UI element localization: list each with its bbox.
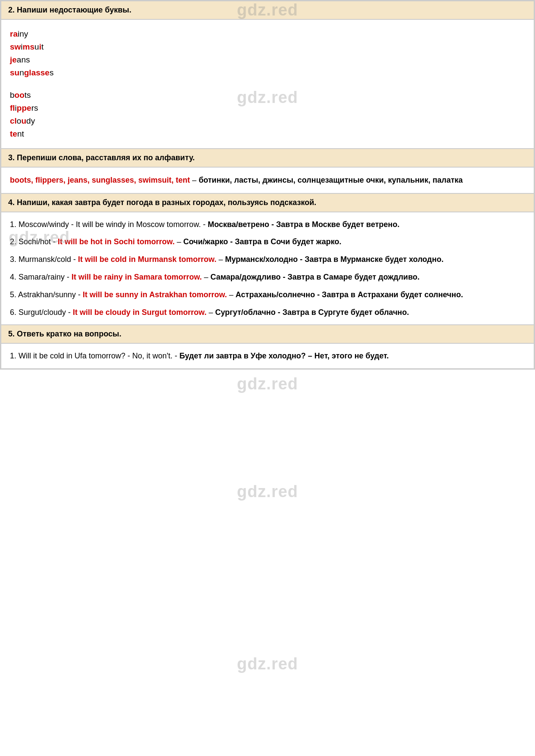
section3-sep: – (190, 176, 199, 184)
item2-answer: It will be hot in Sochi tomorrow. (58, 237, 174, 246)
section4-item-5: 5. Astrakhan/sunny - It will be sunny in… (10, 289, 525, 301)
item3-bold: Мурманск/холодно - Завтра в Мурманске бу… (225, 255, 443, 264)
section4-item-3: 3. Murmansk/cold - It will be cold in Mu… (10, 253, 525, 266)
section4-item-2: 2. Sochi/hot - It will be hot in Sochi t… (10, 236, 525, 248)
watermark-mid4: gdz.red (237, 482, 298, 501)
word-sunglasses-highlight: sunglasses (10, 68, 53, 77)
word-cloudy: cloudy (10, 116, 525, 126)
item2-bold: Сочи/жарко - Завтра в Сочи будет жарко. (183, 237, 341, 246)
s5-item1-normal: 1. Will it be cold in Ufa tomorrow? - No… (10, 352, 180, 360)
item6-normal: 6. Surgut/cloudy - (10, 308, 73, 317)
item4-bold: Самара/дождливо - Завтра в Самаре будет … (210, 273, 420, 281)
word-jeans: jeans (10, 55, 525, 65)
word-swimsuit-suffix: t (41, 42, 44, 51)
s5-item1-bold: Будет ли завтра в Уфе холодно? – Нет, эт… (180, 352, 389, 360)
section3-content: boots, flippers, jeans, sunglasses, swim… (10, 174, 525, 187)
page: 2. Напиши недостающие буквы. rainy swims… (0, 0, 535, 370)
item4-normal: 4. Samara/rainy - (10, 273, 72, 281)
word-jeans-highlight: jea (10, 55, 21, 64)
item3-normal: 3. Murmansk/cold - (10, 255, 78, 264)
word-swimsuit: swimsuit (10, 42, 525, 52)
section5-body: 1. Will it be cold in Ufa tomorrow? - No… (1, 343, 534, 369)
item5-bold: Астрахань/солнечно - Завтра в Астрахани … (236, 290, 463, 299)
item6-bold: Сургут/облачно - Завтра в Сургуте будет … (215, 308, 409, 317)
section4-item-6: 6. Surgut/cloudy - It will be cloudy in … (10, 306, 525, 319)
section4-item-4: 4. Samara/rainy - It will be rainy in Sa… (10, 271, 525, 283)
section4-item-1: 1. Moscow/windy - It will be windy in Mo… (10, 218, 525, 231)
word-boots-suffix: s (27, 90, 31, 100)
section4-body: 1. Moscow/windy - It will be windy in Mo… (1, 212, 534, 325)
word-flippers-highlight: flipper (10, 103, 34, 112)
item5-dash: – (227, 290, 236, 299)
word-swimsuit-highlight: swimsui (10, 42, 41, 51)
section5-header: 5. Ответь кратко на вопросы. (1, 325, 534, 343)
section2-header: 2. Напиши недостающие буквы. (1, 1, 534, 19)
section3-title: 3. Перепиши слова, расставляя их по алфа… (8, 153, 195, 162)
section5-title: 5. Ответь кратко на вопросы. (8, 330, 121, 338)
item2-dash: – (174, 237, 183, 246)
word-jeans-suffix: ns (21, 55, 30, 64)
item6-answer: It will be cloudy in Surgut tomorrow. (73, 308, 206, 317)
word-rainy: rainy (10, 29, 525, 39)
word-boots: boots (10, 90, 525, 100)
item3-answer: It will be cold in Murmansk tomorrow. (78, 255, 216, 264)
word-tent: tent (10, 129, 525, 139)
item5-answer: It will be sunny in Astrakhan tomorrow. (83, 290, 227, 299)
section3-header: 3. Перепиши слова, расставляя их по алфа… (1, 149, 534, 167)
section3-body: boots, flippers, jeans, sunglasses, swim… (1, 167, 534, 193)
section2-body: rainy swimsuit jeans sunglasses boots fl… (1, 19, 534, 149)
item2-normal: 2. Sochi/hot - (10, 237, 58, 246)
section3-russian: ботинки, ласты, джинсы, солнцезащитные о… (199, 176, 463, 184)
watermark-mid3: gdz.red (237, 375, 298, 393)
word-rainy-highlight: rai (10, 29, 19, 38)
word-cloudy-suffix: y (31, 116, 35, 125)
section3-words: boots, flippers, jeans, sunglasses, swim… (10, 176, 190, 184)
word-sunglasses: sunglasses (10, 68, 525, 78)
item1-num: 1. Moscow/windy - It will be windy in Mo… (10, 220, 208, 229)
section2-title: 2. Напиши недостающие буквы. (8, 6, 131, 14)
item3-dash: – (216, 255, 225, 264)
item6-dash: – (206, 308, 215, 317)
item5-normal: 5. Astrakhan/sunny - (10, 290, 83, 299)
section4-header: 4. Напиши, какая завтра будет погода в р… (1, 193, 534, 212)
item4-answer: It will be rainy in Samara tomorrow. (72, 273, 202, 281)
word-tent-highlight: ten (10, 129, 22, 138)
item4-dash: – (202, 273, 210, 281)
watermark-bottom: gdz.red (237, 655, 298, 673)
word-boots-highlight: boot (10, 90, 27, 100)
item1-bold: Москва/ветрено - Завтра в Москве будет в… (208, 220, 399, 229)
section4-title: 4. Напиши, какая завтра будет погода в р… (8, 198, 316, 207)
word-tent-suffix: t (22, 129, 24, 138)
word-cloudy-highlight: cloud (10, 116, 31, 125)
word-rainy-suffix: ny (19, 29, 28, 38)
section5-item-1: 1. Will it be cold in Ufa tomorrow? - No… (10, 350, 525, 362)
word-flippers: flippers (10, 103, 525, 113)
word-flippers-suffix: s (34, 103, 38, 112)
